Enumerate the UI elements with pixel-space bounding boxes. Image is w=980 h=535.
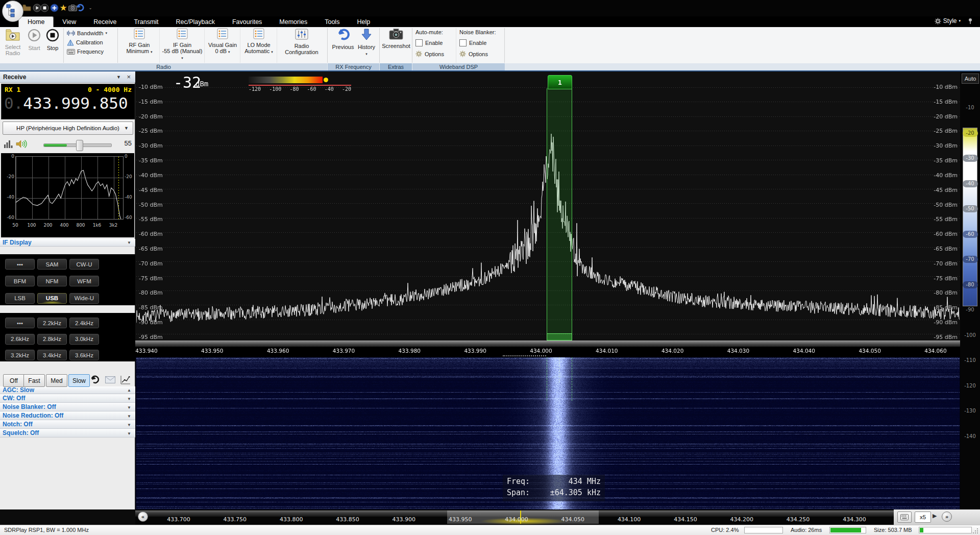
zoom-expand-icon[interactable]: ▶ [933,513,937,519]
if-freq-label: 433.960 [260,348,296,354]
stop-icon[interactable] [40,3,49,12]
agc-undo-icon[interactable] [90,375,100,384]
filter-button[interactable]: 3.6kHz [69,350,99,360]
frequency-entry-button[interactable] [897,512,912,523]
agc-graph-icon[interactable] [120,375,131,384]
filter-button[interactable]: 2.8kHz [37,334,67,345]
collapsed-section[interactable]: Noise Blanker: Off ▼ [0,403,135,411]
ribbon-tab[interactable]: View [54,17,85,27]
previous-button[interactable]: Previous [331,28,355,50]
if-display-section[interactable]: IF Display▼ [0,239,135,247]
mode-button[interactable]: BFM [5,276,35,286]
collapsed-section[interactable]: Noise Reduction: Off ▼ [0,411,135,420]
tuning-band-footer[interactable] [547,333,572,341]
style-selector[interactable]: Style ▾ [935,17,973,25]
band-overview-bar[interactable]: 433.700433.750433.800433.850433.900433.9… [0,509,980,525]
resize-grip[interactable] [972,528,979,534]
filter-button[interactable]: ••• [5,318,35,328]
noiseblanker-options-button[interactable]: Options [459,50,502,58]
waterfall-palette-gauge[interactable]: Auto -10-20-30-40-50-60-70-80-90-100-110… [960,71,980,509]
section-expand-icon[interactable]: ▼ [127,421,131,429]
rf-gain-button[interactable]: RF GainMinimum ▾ [121,28,158,55]
volume-slider-track[interactable] [43,143,112,147]
section-expand-icon[interactable]: ▼ [127,412,131,421]
gauge-auto-button[interactable]: Auto [962,74,979,84]
speaker-icon[interactable] [16,139,27,149]
filter-button[interactable]: 2.6kHz [5,334,35,345]
ribbon-tab[interactable]: Home [18,16,54,27]
audio-device-select[interactable]: HP (Périphérique High Definition Audio) … [3,121,133,135]
ribbon-tab[interactable]: Tools [316,17,348,27]
stop-button[interactable]: Stop [44,28,61,51]
mode-button[interactable]: NFM [37,276,67,286]
automute-enable-checkbox[interactable]: Enable [415,39,454,46]
automute-options-button[interactable]: Options [415,50,454,58]
ribbon-tab[interactable]: Help [348,17,379,27]
overview-freq-label: 433.950 [443,516,478,523]
collapsed-section[interactable]: Notch: Off ▼ [0,420,135,429]
visual-gain-button[interactable]: Visual Gain0 dB ▾ [206,28,239,55]
tuning-marker[interactable]: 1 [548,75,572,89]
filter-button[interactable]: 3.4kHz [37,350,67,360]
undo-icon[interactable] [76,3,85,12]
equalizer-icon[interactable] [4,140,13,149]
scroll-left-button[interactable]: « [138,512,148,522]
select-radio-button[interactable]: SelectRadio [2,28,23,56]
mode-button[interactable]: ••• [5,259,35,270]
frequency-readout-main: 433.999.850 [23,94,128,112]
favourite-star-icon[interactable]: ★ [59,3,68,12]
app-logo[interactable] [2,1,23,22]
if-frequency-ruler[interactable]: 433.940433.950433.960433.970433.980433.9… [135,341,960,357]
section-expand-icon[interactable]: ▼ [127,395,131,403]
filter-button[interactable]: 2.2kHz [37,318,67,328]
zoom-factor-button[interactable]: x5 [915,512,931,523]
start-button[interactable]: Start [26,28,43,51]
history-button[interactable]: History▾ [356,28,377,57]
signal-meter-baseline [249,85,351,86]
mode-button[interactable]: CW-U [69,259,99,270]
spectrum-display[interactable]: -10 dBm-15 dBm-20 dBm-25 dBm-30 dBm-35 d… [135,71,960,341]
lo-mode-button[interactable]: LO ModeAutomatic ▾ [242,28,276,55]
tuning-band[interactable] [547,88,572,333]
agc-button[interactable]: Off [3,374,24,387]
agc-section[interactable]: AGC: Slow▲ [0,386,135,394]
collapsed-section[interactable]: Squelch: Off ▼ [0,429,135,437]
frequency-readout[interactable]: 0.433.999.850 [4,94,128,112]
quickaccess-chevron-icon[interactable]: ⌄ [86,3,95,12]
agc-button[interactable]: Med [46,374,67,387]
agc-button[interactable]: Fast [23,374,45,387]
frequency-display[interactable]: RX 1 0 - 4000 Hz 0.433.999.850 [1,84,135,119]
frequency-button[interactable]: Frequency [67,47,104,56]
filter-button[interactable]: 3.2kHz [5,350,35,360]
ribbon-tab[interactable]: Receive [85,17,125,27]
filter-button[interactable]: 3.0kHz [69,334,99,345]
add-icon[interactable] [50,3,59,12]
scroll-right-button[interactable]: » [942,512,952,522]
waterfall-display[interactable]: Freq:434 MHz Span:±64.305 kHz [135,357,960,509]
section-expand-icon[interactable]: ▼ [127,404,131,412]
panel-collapse-icon[interactable]: ▼ [116,71,121,83]
if-gain-button[interactable]: IF Gain-55 dB (Manual) ▾ [161,28,203,61]
collapsed-section[interactable]: CW: Off ▼ [0,394,135,403]
volume-slider-thumb[interactable] [76,140,83,151]
ribbon-tab[interactable]: Favourites [224,17,271,27]
mode-button[interactable]: SAM [37,259,67,270]
noiseblanker-enable-checkbox[interactable]: Enable [459,39,502,46]
filter-button[interactable]: 2.4kHz [69,318,99,328]
agc-button[interactable]: Slow [68,374,90,387]
radio-configuration-button[interactable]: RadioConfiguration [279,28,325,55]
ribbon-tab[interactable]: Transmit [125,17,167,27]
mode-button[interactable]: USB [37,293,67,304]
calibration-button[interactable]: Calibration [67,38,103,46]
panel-close-icon[interactable]: × [127,71,131,83]
screenshot-button[interactable]: Screenshot [382,28,410,49]
agc-envelope-icon[interactable] [105,376,115,383]
mode-button[interactable]: Wide-U [69,293,99,304]
ribbon-tab[interactable]: Memories [271,17,316,27]
mode-button[interactable]: LSB [5,293,35,304]
bandwidth-button[interactable]: Bandwidth▾ [67,29,107,37]
mode-button[interactable]: WFM [69,276,99,286]
section-expand-icon[interactable]: ▼ [127,430,131,438]
ribbon-tab[interactable]: Rec/Playback [167,17,224,27]
pin-icon[interactable] [968,18,973,24]
